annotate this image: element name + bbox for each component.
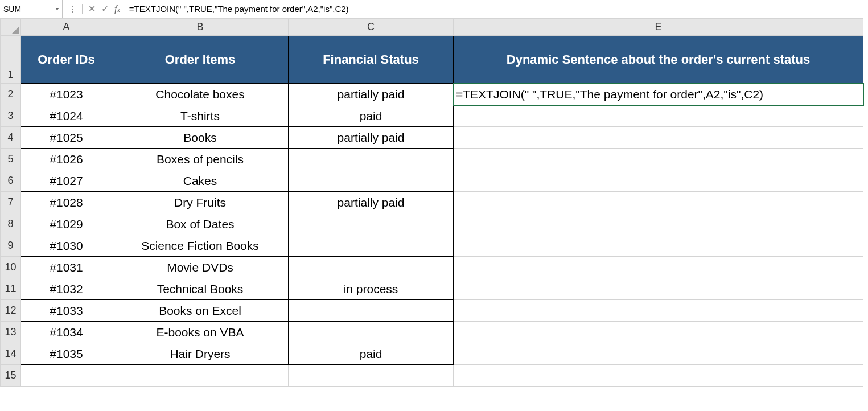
cell[interactable] — [454, 300, 863, 322]
column-header-c[interactable]: C — [289, 19, 454, 36]
cell[interactable]: Books — [112, 127, 289, 149]
cell[interactable]: #1025 — [21, 127, 112, 149]
cell[interactable] — [454, 170, 863, 192]
expand-icon[interactable]: ⋮ — [68, 5, 76, 14]
cell[interactable]: partially paid — [289, 127, 454, 149]
cell[interactable]: #1032 — [21, 278, 112, 300]
select-all-corner[interactable] — [1, 19, 21, 36]
cell[interactable]: Movie DVDs — [112, 257, 289, 278]
spreadsheet-grid: A B C E 1 Order IDs Order Items Financia… — [0, 18, 868, 387]
cell[interactable] — [454, 105, 863, 127]
formula-bar-buttons: ⋮ ✕ ✓ fx — [63, 3, 126, 14]
cell[interactable] — [289, 235, 454, 257]
cell[interactable]: Cakes — [112, 170, 289, 192]
cell[interactable] — [454, 365, 863, 387]
row-header[interactable]: 14 — [1, 343, 21, 365]
cell[interactable]: #1027 — [21, 170, 112, 192]
cell[interactable]: Chocolate boxes — [112, 84, 289, 105]
column-header-a[interactable]: A — [21, 19, 112, 36]
divider — [82, 4, 83, 14]
cell[interactable]: Books on Excel — [112, 300, 289, 322]
row-header-1[interactable]: 1 — [1, 36, 21, 84]
cell[interactable] — [289, 322, 454, 343]
cell[interactable]: Dry Fruits — [112, 192, 289, 213]
cell[interactable]: #1028 — [21, 192, 112, 213]
formula-input[interactable] — [126, 4, 868, 14]
name-box-input[interactable] — [3, 5, 38, 14]
formula-bar: ▾ ⋮ ✕ ✓ fx — [0, 0, 868, 18]
fx-icon[interactable]: fx — [114, 4, 120, 14]
cell[interactable] — [21, 365, 112, 387]
cell[interactable]: #1023 — [21, 84, 112, 105]
cell-b1[interactable]: Order Items — [112, 36, 289, 84]
column-header-e[interactable]: E — [454, 19, 863, 36]
cancel-icon[interactable]: ✕ — [88, 3, 96, 14]
cell[interactable]: #1035 — [21, 343, 112, 365]
cell[interactable]: Hair Dryers — [112, 343, 289, 365]
cell[interactable]: #1033 — [21, 300, 112, 322]
cell[interactable]: paid — [289, 105, 454, 127]
cell[interactable]: Technical Books — [112, 278, 289, 300]
cell[interactable] — [289, 213, 454, 235]
cell[interactable] — [289, 257, 454, 278]
column-header-b[interactable]: B — [112, 19, 289, 36]
cell[interactable] — [112, 365, 289, 387]
row-header[interactable]: 15 — [1, 365, 21, 387]
cell[interactable]: #1026 — [21, 149, 112, 170]
cell[interactable] — [454, 278, 863, 300]
row-header[interactable]: 2 — [1, 84, 21, 105]
cell[interactable] — [289, 170, 454, 192]
cell[interactable] — [454, 235, 863, 257]
cell[interactable] — [289, 300, 454, 322]
cell-c1[interactable]: Financial Status — [289, 36, 454, 84]
cell-e1[interactable]: Dynamic Sentence about the order's curre… — [454, 36, 863, 84]
cell[interactable] — [454, 213, 863, 235]
cell[interactable]: Boxes of pencils — [112, 149, 289, 170]
row-header[interactable]: 9 — [1, 235, 21, 257]
cell[interactable]: E-books on VBA — [112, 322, 289, 343]
cell[interactable] — [454, 322, 863, 343]
row-header[interactable]: 5 — [1, 149, 21, 170]
cell[interactable] — [289, 149, 454, 170]
cell[interactable] — [454, 343, 863, 365]
cell[interactable]: #1034 — [21, 322, 112, 343]
cell[interactable] — [454, 127, 863, 149]
name-box[interactable]: ▾ — [0, 0, 63, 18]
cell-editing[interactable]: =TEXTJOIN(" ",TRUE,"The payment for orde… — [454, 84, 863, 105]
row-header[interactable]: 6 — [1, 170, 21, 192]
cell[interactable]: paid — [289, 343, 454, 365]
row-header[interactable]: 12 — [1, 300, 21, 322]
enter-icon[interactable]: ✓ — [101, 3, 109, 14]
row-header[interactable]: 4 — [1, 127, 21, 149]
cell[interactable]: in process — [289, 278, 454, 300]
row-header[interactable]: 13 — [1, 322, 21, 343]
cell[interactable]: partially paid — [289, 84, 454, 105]
cell[interactable]: #1024 — [21, 105, 112, 127]
cell-a1[interactable]: Order IDs — [21, 36, 112, 84]
cell[interactable]: partially paid — [289, 192, 454, 213]
row-header[interactable]: 3 — [1, 105, 21, 127]
row-header[interactable]: 7 — [1, 192, 21, 213]
chevron-down-icon[interactable]: ▾ — [56, 6, 59, 12]
cell[interactable] — [454, 192, 863, 213]
row-header[interactable]: 10 — [1, 257, 21, 278]
cell[interactable] — [454, 149, 863, 170]
cell[interactable]: Science Fiction Books — [112, 235, 289, 257]
cell[interactable] — [454, 257, 863, 278]
row-header[interactable]: 8 — [1, 213, 21, 235]
row-header[interactable]: 11 — [1, 278, 21, 300]
cell[interactable]: #1031 — [21, 257, 112, 278]
cell[interactable]: #1029 — [21, 213, 112, 235]
cell[interactable] — [289, 365, 454, 387]
cell[interactable]: Box of Dates — [112, 213, 289, 235]
cell[interactable]: T-shirts — [112, 105, 289, 127]
cell[interactable]: #1030 — [21, 235, 112, 257]
